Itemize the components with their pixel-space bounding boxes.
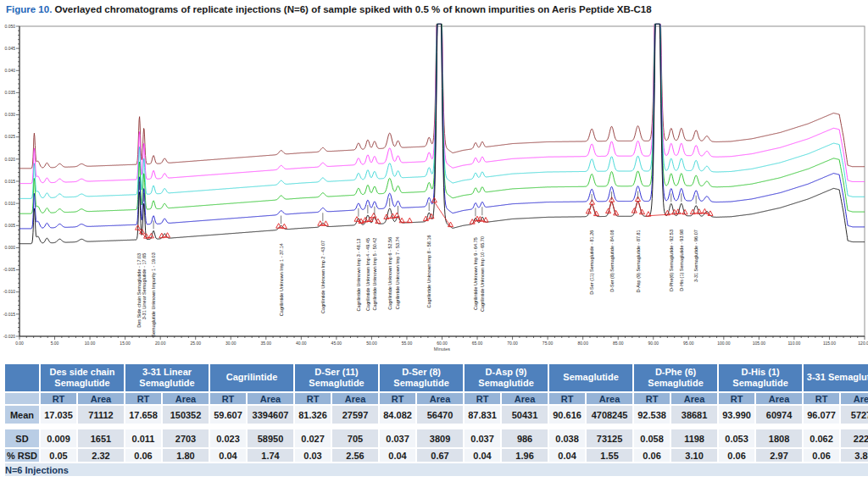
rsd-area-value: 2.56 bbox=[332, 449, 378, 462]
rt-header: RT bbox=[634, 393, 670, 404]
integration-baseline bbox=[648, 213, 675, 215]
rt-header: RT bbox=[380, 393, 415, 404]
mean-rt-value: 90.616 bbox=[549, 406, 585, 424]
mean-rt-value: 81.326 bbox=[295, 406, 331, 424]
peak-label: Cagrilintide Unknown Imp 9 - 64.75 bbox=[473, 237, 478, 310]
mean-area-value: 57273 bbox=[841, 406, 868, 424]
mean-area-value: 38681 bbox=[671, 406, 717, 424]
x-tick-label: 15.00 bbox=[120, 341, 131, 346]
y-tick-label: -0.015 bbox=[3, 312, 15, 317]
sd-rt-value: 0.053 bbox=[719, 429, 754, 447]
area-header: Area bbox=[417, 393, 463, 404]
x-tick-label: 110.00 bbox=[787, 341, 800, 346]
x-tick-label: 0.00 bbox=[15, 341, 24, 346]
rsd-rt-value: 0.06 bbox=[634, 449, 670, 462]
sd-rt-value: 0.058 bbox=[634, 429, 670, 447]
integration-baseline bbox=[434, 202, 450, 226]
peak-label: Cagrilintide Unknown Imp 7 - 53.74 bbox=[395, 236, 400, 309]
sd-rt-value: 0.037 bbox=[465, 429, 500, 447]
sd-area-value: 705 bbox=[332, 429, 378, 447]
rt-header: RT bbox=[41, 393, 76, 404]
mean-rt-value: 96.077 bbox=[804, 406, 839, 424]
analyte-header: Semaglutide bbox=[549, 364, 632, 391]
x-tick-label: 55.00 bbox=[402, 341, 413, 346]
chromatogram-plot: -0.020-0.015-0.010-0.0050.0000.0050.0100… bbox=[0, 0, 868, 362]
figure-caption-text: Overlayed chromatograms of replicate inj… bbox=[55, 4, 652, 14]
analyte-header: 3-31 Semaglutide bbox=[804, 364, 868, 391]
rt-header: RT bbox=[465, 393, 500, 404]
rsd-rt-value: 0.04 bbox=[465, 449, 500, 462]
peak-label: Semaglutide Unknown Impurity 1 - 19.03 bbox=[151, 252, 156, 336]
sd-area-value: 2222 bbox=[841, 429, 868, 447]
table-footer: N=6 Injections bbox=[5, 463, 868, 476]
area-header: Area bbox=[78, 393, 124, 404]
x-tick-label: 115.00 bbox=[823, 341, 836, 346]
results-table: Des side chain Semaglutide3-31 Linear Se… bbox=[3, 363, 868, 478]
x-tick-label: 40.00 bbox=[296, 341, 307, 346]
x-tick-label: 35.00 bbox=[261, 341, 272, 346]
rsd-area-value: 1.74 bbox=[248, 449, 293, 462]
x-tick-label: 100.00 bbox=[717, 341, 731, 346]
area-header: Area bbox=[587, 393, 632, 404]
y-tick-label: 0.040 bbox=[4, 68, 15, 73]
rsd-rt-value: 0.03 bbox=[295, 449, 331, 462]
y-tick-label: -0.020 bbox=[3, 334, 15, 339]
x-tick-label: 75.00 bbox=[542, 341, 554, 346]
trace-injection-2 bbox=[19, 24, 865, 229]
subheader-corner-cell bbox=[5, 393, 39, 404]
mean-area-value: 50431 bbox=[502, 406, 548, 424]
y-tick-label: 0.000 bbox=[4, 245, 15, 250]
y-tick-label: 0.030 bbox=[4, 112, 15, 117]
rt-header: RT bbox=[125, 393, 161, 404]
sd-rt-value: 0.023 bbox=[210, 429, 246, 447]
rsd-area-value: 2.97 bbox=[756, 449, 802, 462]
spacer-row bbox=[5, 425, 868, 428]
y-tick-label: -0.005 bbox=[3, 267, 15, 272]
area-header: Area bbox=[756, 393, 802, 404]
analyte-header: D-Ser (8) Semaglutide bbox=[380, 364, 463, 391]
peak-label: Cagrilintide Unknown Imp 3 - 48.13 bbox=[356, 239, 361, 312]
rt-header: RT bbox=[295, 393, 331, 404]
peak-label: Cagrilintide Unknown Imp 10 - 65.70 bbox=[480, 236, 485, 312]
rsd-area-value: 1.96 bbox=[502, 449, 548, 462]
x-tick-label: 25.00 bbox=[190, 341, 201, 346]
row-label-sd: SD bbox=[5, 429, 39, 447]
sd-area-value: 73125 bbox=[587, 429, 632, 447]
peak-label: Cagrilintide Unknown Imp 4 - 49.45 bbox=[365, 238, 370, 311]
trace-injection-1 bbox=[19, 24, 865, 243]
x-tick-label: 85.00 bbox=[613, 341, 624, 346]
analyte-header: Des side chain Semaglutide bbox=[41, 364, 124, 391]
y-tick-label: 0.020 bbox=[4, 157, 15, 162]
rsd-rt-value: 0.06 bbox=[719, 449, 754, 462]
sd-area-value: 1808 bbox=[756, 429, 802, 447]
sd-rt-value: 0.011 bbox=[125, 429, 161, 447]
x-tick-label: 30.00 bbox=[225, 341, 236, 346]
y-tick-label: 0.015 bbox=[4, 179, 15, 184]
peak-label: D-Ser (8) Semaglutide - 84.08 bbox=[609, 230, 615, 291]
y-tick-label: 0.025 bbox=[4, 134, 15, 139]
mean-area-value: 71112 bbox=[78, 406, 124, 424]
peak-label: Cagrilintide Unknown Imp 8 - 58.16 bbox=[426, 235, 431, 307]
peak-label: D-Ser (11) Semaglutide - 81.26 bbox=[589, 230, 594, 295]
peak-label: Cagrilintide Unknown Imp 5 - 50.42 bbox=[372, 238, 377, 311]
x-tick-label: 105.00 bbox=[753, 341, 766, 346]
sd-area-value: 58950 bbox=[248, 429, 293, 447]
mean-rt-value: 59.607 bbox=[210, 406, 246, 424]
integration-marker-icon bbox=[407, 218, 412, 223]
y-tick-label: 0.050 bbox=[4, 24, 15, 29]
rsd-area-value: 1.55 bbox=[587, 449, 632, 462]
peak-label: Cagrilintide Unknown Imp 2 - 43.07 bbox=[320, 241, 326, 313]
rsd-area-value: 3.88 bbox=[841, 449, 868, 462]
y-tick-label: 0.005 bbox=[4, 223, 15, 228]
peak-label: D-Phe(6) Semaglutide - 92.53 bbox=[669, 230, 674, 291]
mean-rt-value: 84.082 bbox=[380, 406, 415, 424]
sd-rt-value: 0.062 bbox=[804, 429, 839, 447]
rsd-area-value: 1.80 bbox=[163, 449, 209, 462]
x-tick-label: 70.00 bbox=[507, 341, 518, 346]
rt-header: RT bbox=[210, 393, 246, 404]
mean-area-value: 150352 bbox=[163, 406, 209, 424]
rsd-rt-value: 0.04 bbox=[380, 449, 415, 462]
peak-label: 3-31 Linear Semaglutide - 17.65 bbox=[142, 253, 147, 320]
x-tick-label: 50.00 bbox=[366, 341, 377, 346]
analyte-header: Cagrilintide bbox=[210, 364, 293, 391]
